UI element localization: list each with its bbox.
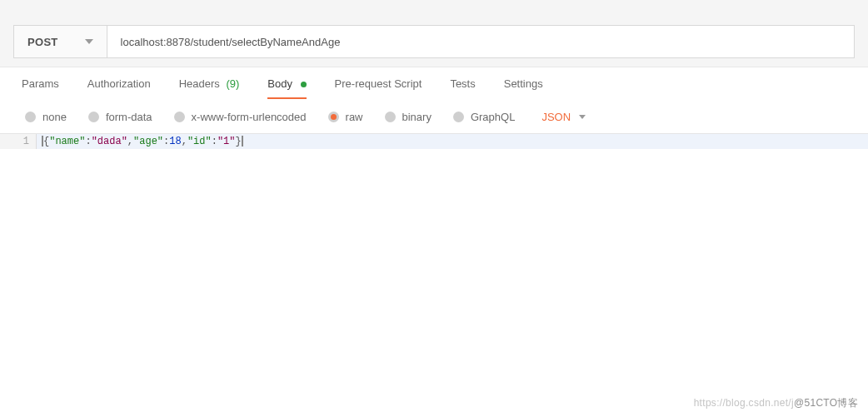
radio-binary[interactable]: binary xyxy=(385,111,432,123)
radio-icon xyxy=(25,112,36,122)
tab-authorization[interactable]: Authorization xyxy=(87,69,151,98)
radio-urlencoded-label: x-www-form-urlencoded xyxy=(192,111,307,123)
tab-params[interactable]: Params xyxy=(22,69,59,98)
chevron-down-icon xyxy=(579,115,586,119)
request-bar: POST xyxy=(13,25,855,58)
dot-indicator-icon xyxy=(301,82,307,87)
watermark-dark: @51CTO博客 xyxy=(794,397,858,409)
radio-urlencoded[interactable]: x-www-form-urlencoded xyxy=(174,111,307,123)
radio-form-data-label: form-data xyxy=(106,111,152,123)
radio-icon xyxy=(174,112,185,122)
tab-headers-label: Headers xyxy=(179,77,220,90)
editor-line: 1 {"name":"dada","age":18,"id":"1"} xyxy=(0,134,868,149)
text-cursor-icon xyxy=(242,136,243,146)
radio-none-label: none xyxy=(42,111,67,123)
radio-form-data[interactable]: form-data xyxy=(88,111,152,123)
radio-icon xyxy=(385,112,396,122)
http-method-select[interactable]: POST xyxy=(14,26,107,57)
body-format-label: JSON xyxy=(541,111,571,123)
radio-graphql-label: GraphQL xyxy=(471,111,515,123)
line-number: 1 xyxy=(0,134,37,149)
tab-prerequest[interactable]: Pre-request Script xyxy=(335,69,422,98)
code-content[interactable]: {"name":"dada","age":18,"id":"1"} xyxy=(37,134,243,149)
body-format-select[interactable]: JSON xyxy=(541,111,586,123)
radio-raw[interactable]: raw xyxy=(328,111,363,123)
http-method-label: POST xyxy=(27,36,58,48)
tab-tests[interactable]: Tests xyxy=(450,69,475,98)
tab-headers-count: (9) xyxy=(226,77,239,90)
radio-raw-label: raw xyxy=(346,111,363,123)
radio-graphql[interactable]: GraphQL xyxy=(453,111,515,123)
body-type-row: none form-data x-www-form-urlencoded raw… xyxy=(0,99,868,133)
body-editor[interactable]: 1 {"name":"dada","age":18,"id":"1"} xyxy=(0,133,868,149)
radio-binary-label: binary xyxy=(402,111,432,123)
tab-settings[interactable]: Settings xyxy=(504,69,543,98)
watermark: https://blog.csdn.net/j@51CTO博客 xyxy=(694,396,858,410)
request-tabs: Params Authorization Headers (9) Body Pr… xyxy=(0,67,868,99)
radio-icon xyxy=(88,112,99,122)
tab-headers[interactable]: Headers (9) xyxy=(179,69,240,98)
radio-icon xyxy=(328,112,339,122)
radio-icon xyxy=(453,112,464,122)
radio-none[interactable]: none xyxy=(25,111,67,123)
url-input[interactable] xyxy=(107,26,854,57)
chevron-down-icon xyxy=(85,39,93,44)
tab-body[interactable]: Body xyxy=(267,69,306,98)
watermark-faint: https://blog.csdn.net/j xyxy=(694,397,794,409)
tab-body-label: Body xyxy=(267,77,292,90)
